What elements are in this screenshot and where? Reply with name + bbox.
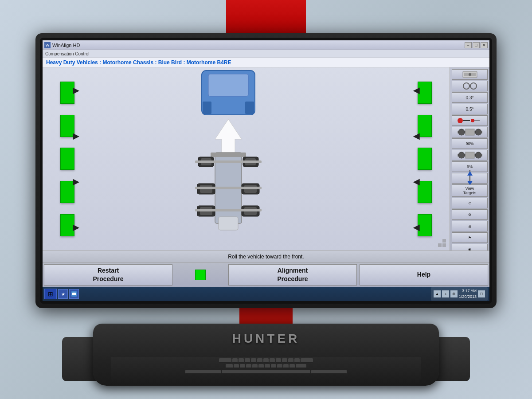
- height-indicator[interactable]: [452, 173, 488, 184]
- minimize-button[interactable]: −: [465, 42, 472, 48]
- sub-title-bar: Compensation Control: [43, 50, 489, 58]
- sensor-indicator[interactable]: [452, 115, 488, 126]
- key[interactable]: [265, 364, 270, 368]
- toolbar-btn-2[interactable]: [452, 81, 488, 91]
- svg-rect-43: [466, 152, 474, 158]
- svg-rect-24: [442, 239, 446, 243]
- toolbar-btn-flag[interactable]: ⚑: [452, 232, 488, 243]
- key-spacebar[interactable]: [222, 370, 310, 374]
- arrow-left-4: ▶: [73, 223, 79, 232]
- svg-rect-22: [219, 217, 238, 230]
- toolbar-btn-settings[interactable]: ⚙: [452, 209, 488, 220]
- taskbar-icon-1[interactable]: ★: [58, 289, 68, 299]
- sub-title-text: Compensation Control: [45, 51, 90, 56]
- arrow-right-2: ▶: [413, 131, 419, 141]
- key[interactable]: [257, 358, 262, 363]
- key[interactable]: [234, 364, 239, 368]
- tray-icon-wifi[interactable]: ⊕: [450, 290, 458, 297]
- svg-point-28: [469, 73, 471, 76]
- svg-rect-19: [195, 160, 262, 163]
- title-bar: W WinAlign HD − □ ✕: [43, 40, 489, 50]
- key-row-2: [115, 364, 417, 368]
- key[interactable]: [252, 364, 258, 368]
- key[interactable]: [270, 358, 275, 363]
- sensor-block-right-4: [418, 181, 432, 203]
- taskbar: ⊞ ★ ▲ ♪ ⊕ 3:17 AM: [43, 287, 489, 301]
- key[interactable]: [232, 358, 238, 363]
- scale-label-1: 0.3°: [466, 95, 474, 100]
- view-targets-label: View Targets: [463, 186, 477, 195]
- restart-procedure-button[interactable]: Restart Procedure: [44, 264, 172, 286]
- key[interactable]: [301, 358, 313, 363]
- view-targets-button[interactable]: View Targets: [452, 184, 488, 197]
- key[interactable]: [251, 358, 256, 363]
- alignment-procedure-button[interactable]: Alignment Procedure: [228, 264, 357, 286]
- restore-button[interactable]: □: [473, 42, 480, 48]
- sensor-block-right-5: [418, 214, 432, 236]
- key[interactable]: [226, 364, 233, 368]
- screen: W WinAlign HD − □ ✕ Compensation Control…: [43, 40, 489, 301]
- tray-icon-sound[interactable]: ♪: [442, 290, 449, 297]
- bottom-buttons: Restart Procedure Alignment Procedure He…: [43, 262, 489, 287]
- toolbar-btn-timer[interactable]: ⏱: [452, 198, 488, 208]
- key[interactable]: [219, 358, 231, 363]
- taskbar-icon-2[interactable]: [69, 289, 79, 299]
- arrow-right-1: ▶: [413, 86, 419, 95]
- key[interactable]: [283, 364, 289, 368]
- svg-point-34: [471, 119, 474, 122]
- restart-label: Restart Procedure: [93, 266, 123, 282]
- monitor: W WinAlign HD − □ ✕ Compensation Control…: [35, 33, 497, 308]
- key[interactable]: [294, 358, 300, 363]
- key[interactable]: [271, 364, 276, 368]
- axle-btn-1[interactable]: [452, 127, 488, 137]
- sensor-block-right-1: [418, 82, 432, 104]
- console-brand-label: HUNTER: [232, 332, 300, 346]
- window-title: WinAlign HD: [52, 43, 465, 48]
- start-button[interactable]: ⊞: [44, 289, 57, 299]
- svg-rect-39: [466, 129, 474, 135]
- key[interactable]: [296, 364, 306, 368]
- svg-point-29: [463, 83, 469, 89]
- key[interactable]: [240, 364, 245, 368]
- corner-icon: [438, 239, 447, 248]
- key[interactable]: [282, 358, 287, 363]
- svg-rect-6: [211, 153, 246, 157]
- arrow-right-4: ▶: [413, 223, 419, 232]
- key[interactable]: [246, 364, 251, 368]
- close-button[interactable]: ✕: [481, 42, 488, 48]
- tray-icon-network[interactable]: ▲: [434, 290, 441, 297]
- key[interactable]: [289, 364, 295, 368]
- time-display: 3:17 AM: [459, 288, 477, 294]
- breadcrumb: Heavy Duty Vehicles : Motorhome Chassis …: [43, 58, 489, 67]
- left-arrows: ▶ ▶ ▶ ▶: [73, 67, 79, 250]
- toolbar-btn-1[interactable]: [452, 69, 488, 80]
- key[interactable]: [245, 358, 250, 363]
- key-space[interactable]: [185, 370, 221, 374]
- toolbar-btn-extra[interactable]: ◉: [452, 244, 488, 250]
- tray-icon-action[interactable]: □: [478, 290, 485, 297]
- key[interactable]: [258, 364, 264, 368]
- help-button[interactable]: Help: [360, 264, 488, 286]
- svg-marker-4: [215, 119, 242, 155]
- axle-percent-1[interactable]: 90%: [452, 138, 488, 149]
- arrow-left-3: ▶: [73, 177, 79, 187]
- key[interactable]: [263, 358, 269, 363]
- sensor-block-right-3: [418, 148, 432, 170]
- key[interactable]: [276, 358, 281, 363]
- scale-label-2: 0.5°: [466, 107, 474, 112]
- svg-rect-48: [72, 293, 76, 295]
- key-row-3: [115, 370, 417, 374]
- key[interactable]: [239, 358, 244, 363]
- status-message: Roll the vehicle toward the front.: [228, 254, 304, 260]
- key-enter[interactable]: [311, 370, 347, 374]
- window-controls[interactable]: − □ ✕: [465, 42, 488, 48]
- key[interactable]: [277, 364, 282, 368]
- key[interactable]: [288, 358, 293, 363]
- help-label: Help: [417, 270, 430, 278]
- svg-rect-25: [442, 243, 446, 247]
- axle-btn-2[interactable]: [452, 150, 488, 160]
- toolbar-btn-print[interactable]: 🖨: [452, 221, 488, 231]
- toolbar-scale-1[interactable]: 0.3°: [452, 92, 488, 103]
- toolbar-scale-2[interactable]: 0.5°: [452, 104, 488, 114]
- status-bar: Roll the vehicle toward the front.: [43, 250, 489, 262]
